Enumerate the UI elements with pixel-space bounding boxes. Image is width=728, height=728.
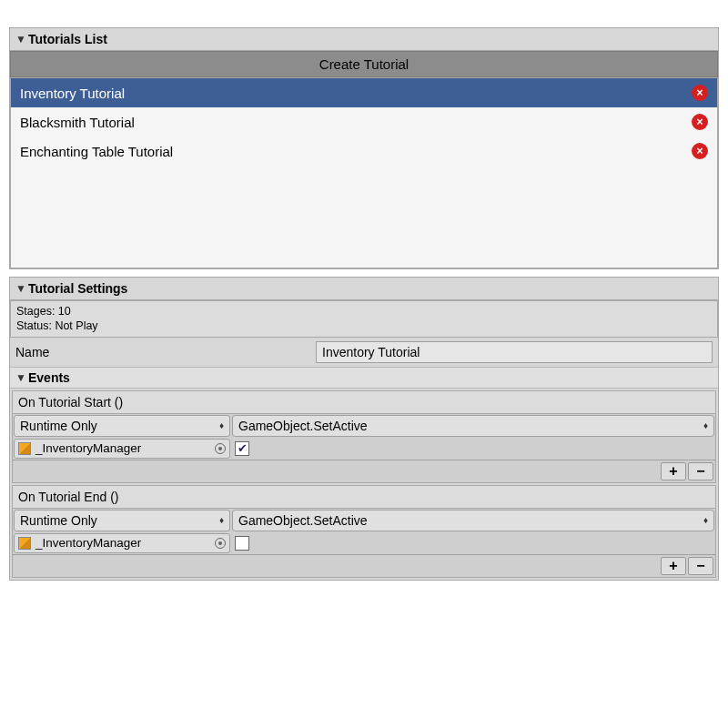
foldout-arrow-icon: ▼	[15, 371, 25, 384]
object-field[interactable]: _InventoryManager	[14, 439, 230, 459]
gameobject-icon	[18, 537, 31, 550]
event-end-label: On Tutorial End ()	[13, 486, 715, 509]
delete-icon[interactable]: ×	[692, 114, 708, 130]
object-picker-icon[interactable]	[215, 538, 226, 549]
event-end-row: Runtime Only ♦ _InventoryManager GameObj…	[13, 509, 715, 554]
tutorials-list-header[interactable]: ▼ Tutorials List	[10, 28, 718, 51]
stages-label: Stages: 10	[16, 304, 712, 318]
events-header[interactable]: ▼ Events	[10, 368, 718, 389]
event-end-block: On Tutorial End () Runtime Only ♦ _Inven…	[12, 485, 716, 578]
status-info: Stages: 10 Status: Not Play	[10, 300, 718, 338]
tutorial-item-inventory[interactable]: Inventory Tutorial ×	[11, 78, 717, 107]
function-dropdown[interactable]: GameObject.SetActive ♦	[232, 415, 714, 437]
tutorials-list-panel: ▼ Tutorials List Create Tutorial Invento…	[9, 27, 719, 269]
event-start-row: Runtime Only ♦ _InventoryManager GameObj…	[13, 414, 715, 460]
tutorial-list: Inventory Tutorial × Blacksmith Tutorial…	[10, 77, 718, 268]
remove-listener-button[interactable]: −	[688, 557, 713, 575]
event-end-footer: + −	[13, 554, 715, 577]
tutorial-item-label: Inventory Tutorial	[20, 86, 125, 101]
runtime-dropdown[interactable]: Runtime Only ♦	[14, 415, 230, 437]
name-input[interactable]	[316, 341, 713, 363]
gameobject-icon	[18, 442, 31, 455]
chevron-down-icon: ♦	[703, 420, 708, 430]
bool-checkbox[interactable]: ✔	[235, 441, 249, 456]
event-start-label: On Tutorial Start ()	[13, 391, 715, 414]
event-start-footer: + −	[13, 460, 715, 482]
runtime-dropdown[interactable]: Runtime Only ♦	[14, 510, 230, 531]
add-listener-button[interactable]: +	[661, 462, 686, 480]
chevron-down-icon: ♦	[219, 420, 224, 430]
tutorial-settings-panel: ▼ Tutorial Settings Stages: 10 Status: N…	[9, 277, 719, 581]
delete-icon[interactable]: ×	[692, 85, 708, 101]
tutorial-item-label: Enchanting Table Tutorial	[20, 144, 173, 159]
chevron-down-icon: ♦	[703, 515, 708, 525]
object-picker-icon[interactable]	[215, 443, 226, 454]
tutorial-item-label: Blacksmith Tutorial	[20, 115, 135, 130]
events-title: Events	[28, 370, 70, 385]
function-dropdown[interactable]: GameObject.SetActive ♦	[232, 510, 714, 531]
tutorials-list-title: Tutorials List	[28, 32, 107, 46]
bool-checkbox[interactable]	[235, 536, 249, 551]
tutorial-settings-header[interactable]: ▼ Tutorial Settings	[10, 278, 718, 300]
foldout-arrow-icon: ▼	[15, 33, 25, 46]
tutorial-settings-title: Tutorial Settings	[28, 281, 127, 296]
tutorial-item-enchanting[interactable]: Enchanting Table Tutorial ×	[11, 136, 717, 166]
name-field-row: Name	[10, 338, 718, 368]
status-label: Status: Not Play	[16, 318, 712, 333]
delete-icon[interactable]: ×	[692, 143, 708, 159]
name-label: Name	[15, 345, 316, 359]
add-listener-button[interactable]: +	[661, 557, 686, 575]
chevron-down-icon: ♦	[219, 515, 224, 525]
remove-listener-button[interactable]: −	[688, 462, 713, 480]
object-field[interactable]: _InventoryManager	[14, 533, 230, 553]
event-start-block: On Tutorial Start () Runtime Only ♦ _Inv…	[12, 390, 716, 483]
tutorial-item-blacksmith[interactable]: Blacksmith Tutorial ×	[11, 107, 717, 136]
foldout-arrow-icon: ▼	[15, 282, 25, 295]
create-tutorial-button[interactable]: Create Tutorial	[10, 51, 718, 77]
